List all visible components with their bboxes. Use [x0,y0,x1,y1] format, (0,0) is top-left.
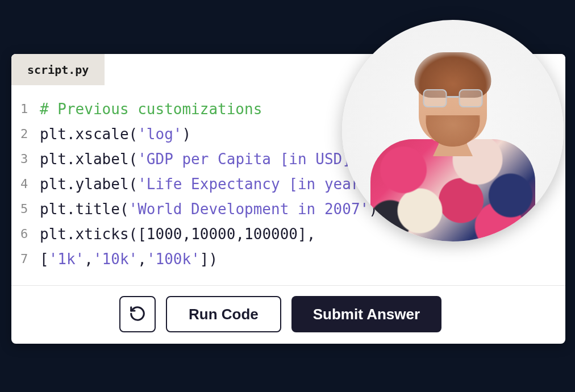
reset-button[interactable] [119,296,156,332]
line-number: 4 [20,172,40,197]
line-number: 1 [20,97,40,122]
submit-answer-button[interactable]: Submit Answer [291,296,441,332]
line-number-gutter: 1 2 3 4 5 6 7 [11,97,40,272]
run-code-label: Run Code [189,306,259,323]
line-number: 7 [20,247,40,272]
run-code-button[interactable]: Run Code [166,296,281,332]
action-toolbar: Run Code Submit Answer [11,285,565,344]
file-tab-label: script.py [27,63,89,77]
instructor-avatar [342,20,564,241]
line-number: 3 [20,147,40,172]
submit-answer-label: Submit Answer [313,306,420,323]
reset-icon [129,305,146,324]
instructor-photo [366,47,539,241]
file-tab[interactable]: script.py [11,54,105,85]
line-number: 6 [20,222,40,247]
code-line: ['1k','10k','100k']) [40,247,565,272]
line-number: 2 [20,122,40,147]
line-number: 5 [20,197,40,222]
